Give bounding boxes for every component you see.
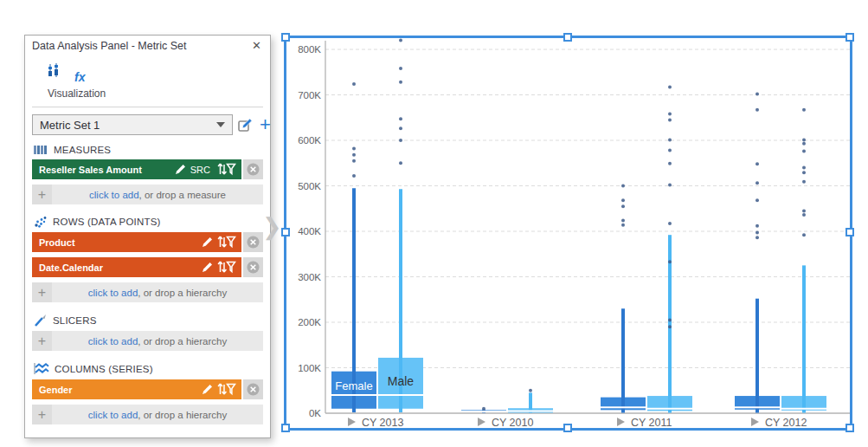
field-date-calendar[interactable]: Date.Calendar [32, 257, 241, 277]
outlier-dot [399, 126, 402, 130]
outlier-dot [399, 81, 402, 84]
outlier-dot [668, 113, 672, 116]
outlier-dot [802, 150, 806, 153]
box-male-cy-2012[interactable] [781, 108, 826, 413]
selection-handle-bottom-center[interactable] [563, 424, 572, 432]
box-male-cy-2011[interactable] [647, 86, 692, 413]
outlier-dot [352, 153, 356, 157]
metric-set-dropdown[interactable]: Metric Set 1 [32, 114, 233, 135]
outlier-dot [802, 213, 806, 217]
outlier-dot [755, 92, 759, 95]
category-label-cy-2010[interactable]: CY 2010 [478, 417, 533, 428]
visualization-icon: fx [48, 63, 87, 82]
edit-field-icon[interactable] [202, 384, 214, 395]
expand-triangle-icon[interactable] [348, 418, 356, 426]
outlier-dot [755, 236, 759, 239]
outlier-dot [755, 181, 759, 185]
category-label-cy-2012[interactable]: CY 2012 [751, 417, 807, 428]
outlier-dot [352, 174, 356, 178]
data-analysis-panel: Data Analysis Panel - Metric Set ✕ fx Vi… [24, 35, 271, 438]
add-columns-hierarchy-row[interactable]: + click to add, or drop a hierarchy [32, 405, 263, 424]
boxplot-chart[interactable]: 0K100K200K300K400K500K600K700K800KFemale… [286, 37, 850, 428]
add-slicer-row[interactable]: + click to add, or drop a hierarchy [32, 331, 263, 351]
outlier-dot [482, 407, 485, 411]
selection-handle-top-right[interactable] [845, 33, 854, 42]
sort-filter-icon[interactable] [217, 383, 236, 396]
slicers-icon [34, 314, 48, 327]
selection-handle-middle-left[interactable] [281, 228, 290, 236]
plus-icon: + [32, 185, 52, 204]
outlier-dot [399, 161, 402, 165]
box-female-cy-2013[interactable]: Female [331, 82, 376, 412]
series-label-female: Female [335, 379, 372, 392]
add-metric-set-icon[interactable]: + [260, 117, 271, 133]
edit-field-icon[interactable] [175, 164, 187, 175]
outlier-dot [668, 222, 672, 225]
field-label: Reseller Sales Amount [39, 165, 171, 175]
add-measure-row[interactable]: + click to add, or drop a measure [32, 185, 263, 204]
outlier-dot [621, 185, 625, 188]
sort-filter-icon[interactable] [217, 261, 236, 274]
outlier-dot [755, 198, 759, 202]
field-gender[interactable]: Gender [32, 379, 241, 399]
add-rows-hierarchy-row[interactable]: + click to add, or drop a hierarchy [32, 282, 263, 302]
edit-metric-set-icon[interactable] [238, 118, 254, 133]
expand-triangle-icon[interactable] [617, 418, 625, 426]
y-tick-label: 500K [298, 181, 321, 191]
plus-icon: + [32, 282, 52, 302]
edit-field-icon[interactable] [202, 236, 214, 248]
sort-filter-icon[interactable] [217, 163, 236, 176]
category-label-cy-2011[interactable]: CY 2011 [617, 417, 672, 428]
outlier-dot [668, 183, 672, 186]
outlier-dot [399, 139, 402, 142]
outlier-dot [802, 171, 806, 174]
outlier-dot [755, 108, 759, 112]
remove-field-button[interactable] [243, 159, 263, 179]
box-female-cy-2010[interactable] [461, 407, 506, 413]
y-tick-label: 600K [298, 135, 321, 146]
remove-field-button[interactable] [243, 257, 263, 277]
box-male-cy-2010[interactable] [508, 389, 553, 413]
selection-handle-bottom-left[interactable] [281, 424, 290, 432]
section-label-columns: COLUMNS (SERIES) [55, 364, 153, 374]
selection-handle-top-left[interactable] [281, 33, 290, 42]
field-product[interactable]: Product [32, 232, 241, 252]
section-header-slicers: SLICERS [25, 306, 270, 331]
category-text: CY 2012 [765, 417, 807, 428]
outlier-dot [399, 117, 402, 120]
category-label-cy-2013[interactable]: CY 2013 [348, 417, 403, 428]
field-reseller-sales-amount[interactable]: Reseller Sales Amount SRC [32, 159, 241, 179]
remove-field-button[interactable] [243, 232, 263, 252]
section-header-rows: ROWS (DATA POINTS) [25, 208, 270, 232]
expand-triangle-icon[interactable] [751, 418, 759, 426]
close-icon[interactable]: ✕ [250, 39, 263, 52]
click-to-add-link[interactable]: click to add [89, 190, 139, 200]
rows-data-points-icon [34, 216, 48, 228]
click-to-add-link[interactable]: click to add [88, 288, 138, 298]
y-tick-label: 200K [298, 317, 321, 327]
visualization-label: Visualization [48, 87, 270, 100]
selection-handle-bottom-right[interactable] [845, 424, 854, 432]
fx-icon: fx [74, 72, 85, 82]
field-label: Gender [39, 385, 198, 395]
box-female-cy-2011[interactable] [601, 185, 646, 413]
selection-handle-middle-right[interactable] [845, 228, 854, 236]
outlier-dot [621, 198, 625, 202]
click-to-add-link[interactable]: click to add [88, 410, 138, 420]
edit-field-icon[interactable] [202, 262, 214, 273]
outlier-dot [802, 209, 806, 212]
dashboard-canvas: Data Analysis Panel - Metric Set ✕ fx Vi… [0, 0, 868, 447]
measures-icon [34, 145, 48, 155]
click-to-add-link[interactable]: click to add [88, 336, 138, 347]
sort-filter-icon[interactable] [217, 236, 236, 249]
series-label-male: Male [388, 374, 415, 388]
expand-triangle-icon[interactable] [478, 418, 485, 426]
panel-title-bar: Data Analysis Panel - Metric Set ✕ [25, 36, 270, 55]
remove-field-button[interactable] [243, 379, 263, 399]
outlier-dot [802, 166, 806, 170]
outlier-dot [399, 67, 402, 70]
chevron-down-icon [216, 122, 225, 127]
src-badge: SRC [190, 165, 210, 175]
visualization-block[interactable]: fx Visualization [25, 55, 270, 100]
selection-handle-top-center[interactable] [563, 33, 572, 42]
